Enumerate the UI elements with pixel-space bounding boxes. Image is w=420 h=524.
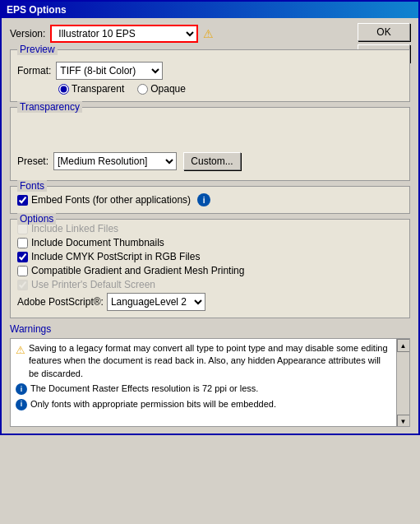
scroll-down-arrow[interactable]: ▼ (397, 415, 410, 427)
postscript-label: Adobe PostScript®: (17, 296, 104, 308)
fonts-section-label: Fonts (17, 180, 47, 192)
version-row: Version: Illustrator 10 EPS Illustrator … (10, 25, 410, 43)
include-linked-row: Include Linked Files (17, 223, 403, 234)
custom-button[interactable]: Custom... (183, 152, 241, 170)
ok-button[interactable]: OK (358, 23, 410, 41)
embed-fonts-checkbox[interactable] (17, 195, 28, 206)
include-thumbnails-label: Include Document Thumbnails (31, 237, 164, 248)
version-warning-icon: ⚠ (203, 27, 214, 40)
dialog-body: OK Cancel Version: Illustrator 10 EPS Il… (2, 18, 418, 434)
preset-select[interactable]: [High Resolution] [Medium Resolution] [L… (53, 152, 177, 170)
include-linked-label: Include Linked Files (31, 223, 118, 234)
postscript-row: Adobe PostScript®: LanguageLevel 2 Langu… (17, 293, 403, 311)
opaque-option[interactable]: Opaque (137, 83, 186, 95)
compatible-gradient-checkbox[interactable] (17, 266, 28, 276)
preview-section: Preview Format: TIFF (8-bit Color) TIFF … (10, 49, 410, 102)
warning-text-2: Only fonts with appropriate permission b… (30, 398, 276, 410)
warning-entry-2: i Only fonts with appropriate permission… (16, 398, 391, 410)
version-select[interactable]: Illustrator 10 EPS Illustrator 9 EPS Ill… (50, 25, 198, 43)
title-bar: EPS Options (2, 2, 418, 18)
eps-options-dialog: EPS Options OK Cancel Version: Illustrat… (0, 0, 420, 435)
use-printers-default-checkbox (17, 280, 28, 290)
transparency-section: Transparency Preset: [High Resolution] [… (10, 107, 410, 181)
opaque-label: Opaque (150, 83, 186, 95)
format-label: Format: (17, 65, 51, 77)
format-row: Format: TIFF (8-bit Color) TIFF (8-bit G… (17, 62, 403, 80)
transparency-section-label: Transparency (17, 101, 82, 113)
format-select[interactable]: TIFF (8-bit Color) TIFF (8-bit Grayscale… (56, 62, 163, 80)
warnings-scrollbar[interactable]: ▲ ▼ (396, 339, 409, 427)
preset-label: Preset: (17, 155, 48, 167)
postscript-select[interactable]: LanguageLevel 2 LanguageLevel 3 (107, 293, 205, 311)
include-thumbnails-row: Include Document Thumbnails (17, 237, 403, 248)
warnings-scroll[interactable]: ⚠ Saving to a legacy format may convert … (11, 339, 396, 427)
transparent-radio[interactable] (58, 84, 69, 95)
warning-triangle-icon-0: ⚠ (16, 343, 25, 358)
include-linked-checkbox (17, 224, 28, 234)
preview-section-label: Preview (17, 44, 58, 55)
include-cmyk-label: Include CMYK PostScript in RGB Files (31, 251, 200, 262)
warning-info-icon-1: i (16, 383, 27, 395)
embed-fonts-info-icon[interactable]: i (197, 193, 210, 206)
warning-text-0: Saving to a legacy format may convert al… (29, 342, 391, 380)
fonts-section: Fonts Embed Fonts (for other application… (10, 186, 410, 214)
warning-info-icon-2: i (16, 399, 27, 410)
use-printers-default-row: Use Printer's Default Screen (17, 279, 403, 290)
embed-fonts-row: Embed Fonts (for other applications) i (17, 193, 403, 206)
scroll-thumb (398, 353, 409, 414)
use-printers-default-label: Use Printer's Default Screen (31, 279, 155, 290)
options-section: Options Include Linked Files Include Doc… (10, 219, 410, 318)
include-thumbnails-checkbox[interactable] (17, 238, 28, 248)
include-cmyk-row: Include CMYK PostScript in RGB Files (17, 251, 403, 262)
radio-row: Transparent Opaque (58, 83, 403, 95)
embed-fonts-label: Embed Fonts (for other applications) (31, 194, 191, 206)
version-label: Version: (10, 28, 45, 39)
transparent-label: Transparent (72, 83, 124, 95)
warning-text-1: The Document Raster Effects resolution i… (30, 383, 258, 395)
warning-entry-1: i The Document Raster Effects resolution… (16, 383, 391, 395)
warning-entry-0: ⚠ Saving to a legacy format may convert … (16, 342, 391, 380)
transparent-option[interactable]: Transparent (58, 83, 124, 95)
compatible-gradient-label: Compatible Gradient and Gradient Mesh Pr… (31, 265, 244, 276)
warnings-container: ⚠ Saving to a legacy format may convert … (11, 339, 409, 427)
warnings-section: ⚠ Saving to a legacy format may convert … (10, 338, 410, 427)
preset-row: Preset: [High Resolution] [Medium Resolu… (17, 152, 403, 170)
scroll-up-arrow[interactable]: ▲ (397, 339, 410, 352)
compatible-gradient-row: Compatible Gradient and Gradient Mesh Pr… (17, 265, 403, 276)
opaque-radio[interactable] (137, 84, 148, 95)
include-cmyk-checkbox[interactable] (17, 252, 28, 262)
dialog-title: EPS Options (7, 4, 67, 16)
warnings-label: Warnings (10, 323, 410, 335)
